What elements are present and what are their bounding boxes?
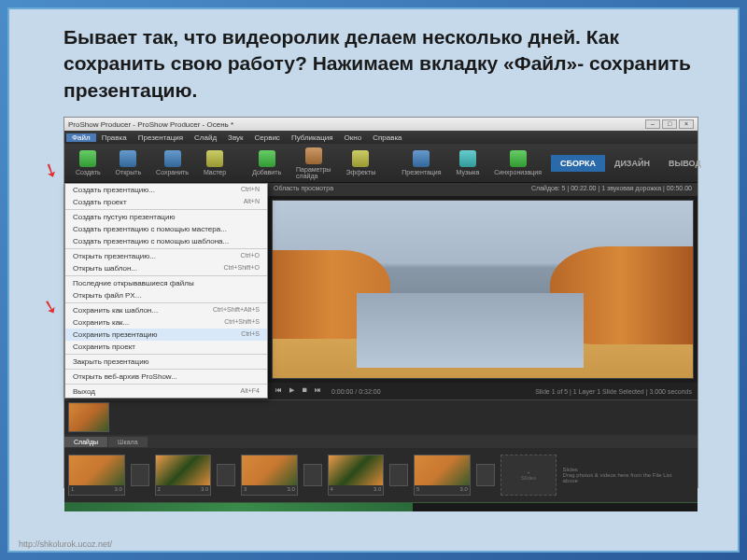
dd-save-presentation[interactable]: Сохранить презентациюCtrl+S xyxy=(65,329,267,341)
timeline-slide-2[interactable]: 23.0 xyxy=(155,455,212,496)
tool-wizard[interactable]: Мастер xyxy=(198,148,232,177)
tool-sync[interactable]: Синхронизация xyxy=(488,148,547,177)
transition-2[interactable] xyxy=(217,464,235,486)
tab-output[interactable]: ВЫВОД xyxy=(659,155,711,172)
folder-icon xyxy=(120,150,136,167)
wand-icon xyxy=(206,150,223,167)
dd-recent[interactable]: Последние открывавшиеся файлы xyxy=(65,277,267,289)
dd-open-template[interactable]: Открыть шаблон...Ctrl+Shift+O xyxy=(65,262,267,274)
annotation-arrow-1: ➘ xyxy=(39,157,63,184)
timeline-slide-5[interactable]: 53.0 xyxy=(414,455,471,496)
transition-5[interactable] xyxy=(476,464,495,486)
slide-info: Slide 1 of 5 | 1 Layer 1 Slide Selected … xyxy=(535,388,692,395)
dd-new-project[interactable]: Создать проектAlt+N xyxy=(65,196,267,208)
timeline-slide-4[interactable]: 43.0 xyxy=(328,455,385,496)
dd-save-as-template[interactable]: Сохранить как шаблон...Ctrl+Shift+Alt+S xyxy=(65,304,267,316)
transition-3[interactable] xyxy=(303,464,322,486)
stop-button[interactable]: ⏹ xyxy=(300,386,309,396)
transition-1[interactable] xyxy=(131,464,149,486)
play-button[interactable]: ▶ xyxy=(287,386,296,396)
dd-new-presentation[interactable]: Создать презентацию...Ctrl+N xyxy=(65,184,267,196)
menu-window[interactable]: Окно xyxy=(339,133,368,142)
tool-effects[interactable]: Эффекты xyxy=(340,148,381,177)
player-bar: ⏮ ▶ ⏹ ⏭ 0:00:00 / 0:32:00 Slide 1 of 5 |… xyxy=(268,383,698,399)
annotation-arrow-2: ➘ xyxy=(40,293,62,319)
params-icon xyxy=(305,147,322,164)
menu-slide[interactable]: Слайд xyxy=(189,133,222,142)
menu-file[interactable]: Файл xyxy=(66,133,96,142)
menu-publish[interactable]: Публикация xyxy=(286,133,339,142)
add-slide[interactable]: +Slides xyxy=(500,455,557,496)
app-screenshot: ProShow Producer - ProShow Producer - Ос… xyxy=(63,117,698,488)
menu-audio[interactable]: Звук xyxy=(222,133,248,142)
menu-presentation[interactable]: Презентация xyxy=(133,133,189,142)
slide-title: Бывает так, что видеоролик делаем нескол… xyxy=(63,24,712,104)
dd-create-wizard[interactable]: Создать презентацию с помощью мастера... xyxy=(65,223,267,235)
preview-info: Слайдов: 5 | 00:22.00 | 1 звуковая дорож… xyxy=(531,185,692,194)
preview-image xyxy=(272,200,694,379)
dd-close-presentation[interactable]: Закрыть презентацию xyxy=(65,356,267,368)
menu-help[interactable]: Справка xyxy=(367,133,407,142)
dd-save-project[interactable]: Сохранить проект xyxy=(65,341,267,353)
screen-icon xyxy=(413,150,430,167)
star-icon xyxy=(352,150,369,167)
preview-label: Область просмотра xyxy=(274,185,333,194)
audio-track[interactable] xyxy=(64,502,698,511)
minimize-button[interactable]: – xyxy=(645,119,660,129)
menu-edit[interactable]: Правка xyxy=(96,133,133,142)
dd-exit[interactable]: ВыходAlt+F4 xyxy=(65,385,267,398)
tool-save[interactable]: Сохранить xyxy=(150,148,194,177)
menu-bar: Файл Правка Презентация Слайд Звук Серви… xyxy=(64,131,698,144)
add-icon xyxy=(259,150,275,167)
preview-area: Область просмотра Слайдов: 5 | 00:22.00 … xyxy=(268,183,698,399)
disk-icon xyxy=(164,150,181,167)
tab-design[interactable]: ДИЗАЙН xyxy=(605,155,659,172)
toolbar: Создать Открыть Сохранить Мастер Добавит… xyxy=(64,144,698,183)
dd-open-presentation[interactable]: Открыть презентацию...Ctrl+O xyxy=(65,250,267,262)
tab-scale[interactable]: Шкала xyxy=(108,437,148,447)
title-bar: ProShow Producer - ProShow Producer - Ос… xyxy=(64,118,698,131)
tool-open[interactable]: Открыть xyxy=(110,148,148,177)
close-button[interactable]: × xyxy=(679,119,694,129)
time-display: 0:00:00 / 0:32:00 xyxy=(331,388,381,395)
next-button[interactable]: ⏭ xyxy=(313,386,322,396)
tab-build[interactable]: СБОРКА xyxy=(551,155,605,172)
timeline-slide-1[interactable]: 13.0 xyxy=(68,455,125,496)
file-thumb[interactable] xyxy=(68,402,109,432)
window-title: ProShow Producer - ProShow Producer - Ос… xyxy=(68,120,645,129)
prev-button[interactable]: ⏮ xyxy=(274,386,283,396)
music-icon xyxy=(459,150,476,167)
menu-tools[interactable]: Сервис xyxy=(248,133,285,142)
dd-create-blank[interactable]: Создать пустую презентацию xyxy=(65,211,267,223)
file-dropdown: Создать презентацию...Ctrl+N Создать про… xyxy=(64,183,268,399)
plus-icon xyxy=(79,150,96,167)
tool-new[interactable]: Создать xyxy=(70,148,106,177)
tool-slide-params[interactable]: Параметры слайда xyxy=(290,146,336,181)
transition-4[interactable] xyxy=(389,464,408,486)
sync-icon xyxy=(510,150,527,167)
timeline-summary: Slides Drag photos & videos here from th… xyxy=(562,467,694,483)
tool-presentation[interactable]: Презентация xyxy=(396,148,446,177)
dd-save-as[interactable]: Сохранить как...Ctrl+Shift+S xyxy=(65,316,267,329)
maximize-button[interactable]: □ xyxy=(662,119,677,129)
timeline: 13.0 23.0 33.0 43.0 53.0 +Slides Slides … xyxy=(64,448,698,502)
tab-slides[interactable]: Слайды xyxy=(64,437,107,447)
timeline-slide-3[interactable]: 33.0 xyxy=(241,455,298,496)
dd-open-px[interactable]: Открыть файл PX... xyxy=(65,289,267,301)
tool-add[interactable]: Добавить xyxy=(247,148,287,177)
tool-music[interactable]: Музыка xyxy=(451,148,486,177)
dd-create-template[interactable]: Создать презентацию с помощью шаблона... xyxy=(65,235,267,247)
file-strip xyxy=(64,399,698,435)
dd-open-archive[interactable]: Открыть веб-архив ProShow... xyxy=(65,371,267,383)
footer-url: http://shkolurok.ucoz.net/ xyxy=(19,539,112,549)
